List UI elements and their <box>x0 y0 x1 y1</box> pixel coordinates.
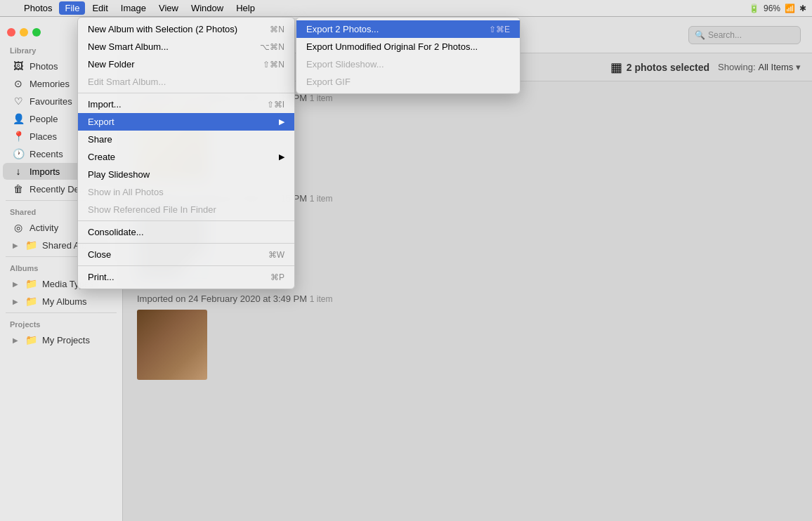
menubar-right: 🔋 96% 📶 ✱ <box>749 4 806 13</box>
menu-item-edit-smart-album: Edit Smart Album... <box>78 73 294 91</box>
zoom-button[interactable] <box>32 28 41 37</box>
sidebar-label-imports: Imports <box>30 166 60 177</box>
submenu-item-label: Export GIF <box>306 77 351 87</box>
sidebar-label-my-projects: My Projects <box>42 335 90 345</box>
submenu-item-export-unmodified[interactable]: Export Unmodified Original For 2 Photos.… <box>296 38 520 55</box>
showing-filter[interactable]: Showing: All Items ▾ <box>718 62 801 72</box>
selection-count: 2 photos selected <box>627 62 709 73</box>
menu-item-label: Share <box>88 134 112 145</box>
menu-item-close[interactable]: Close ⌘W <box>78 246 294 263</box>
menu-item-new-album-selection[interactable]: New Album with Selection (2 Photos) ⌘N <box>78 20 294 38</box>
imports-icon: ↓ <box>13 166 24 177</box>
photo-thumb-3[interactable] <box>137 310 207 380</box>
my-projects-arrow: ▶ <box>13 336 18 344</box>
menu-item-play-slideshow[interactable]: Play Slideshow <box>78 166 294 183</box>
menu-item-label: New Folder <box>88 59 134 70</box>
submenu-item-export-photos[interactable]: Export 2 Photos... ⇧⌘E <box>296 20 520 38</box>
media-types-arrow: ▶ <box>13 280 18 288</box>
activity-icon: ◎ <box>13 222 24 233</box>
close-button[interactable] <box>7 28 15 37</box>
menu-item-consolidate[interactable]: Consolidate... <box>78 223 294 241</box>
submenu-item-label: Export Slideshow... <box>306 59 384 70</box>
import-count-2: 1 item <box>310 194 333 204</box>
sidebar-item-my-projects[interactable]: ▶ 📁 My Projects <box>3 331 119 348</box>
menubar-edit[interactable]: Edit <box>86 1 113 15</box>
sidebar-label-places: Places <box>30 131 57 142</box>
menu-shortcut: ⇧⌘I <box>267 100 284 110</box>
submenu-item-label: Export 2 Photos... <box>306 24 379 34</box>
menu-item-label: Export <box>88 117 114 127</box>
menubar-view[interactable]: View <box>153 1 184 15</box>
submenu-item-export-slideshow: Export Slideshow... <box>296 55 520 73</box>
submenu-shortcut: ⇧⌘E <box>489 25 510 34</box>
menubar-file[interactable]: File <box>59 1 85 15</box>
battery-percent: 96% <box>764 4 780 13</box>
menu-item-import[interactable]: Import... ⇧⌘I <box>78 95 294 113</box>
sidebar-label-my-albums: My Albums <box>42 296 87 307</box>
sidebar-label-activity: Activity <box>30 223 58 233</box>
sidebar-divider-3 <box>6 312 117 313</box>
menu-item-label: Play Slideshow <box>88 169 150 180</box>
menu-item-label: New Smart Album... <box>88 41 169 52</box>
menu-item-show-referenced: Show Referenced File In Finder <box>78 201 294 218</box>
media-types-icon: 📁 <box>25 278 37 289</box>
places-icon: 📍 <box>13 131 24 142</box>
menu-item-label: Create <box>88 152 115 162</box>
menu-item-label: New Album with Selection (2 Photos) <box>88 24 237 34</box>
grid-view-icon: ▦ <box>610 60 622 75</box>
import-count-3: 1 item <box>310 294 333 304</box>
memories-icon: ⊙ <box>13 78 24 89</box>
bluetooth-icon: ✱ <box>799 4 806 13</box>
sidebar-label-favourites: Favourites <box>30 96 72 107</box>
sidebar-label-memories: Memories <box>30 79 70 89</box>
my-albums-arrow: ▶ <box>13 298 18 305</box>
menubar-photos[interactable]: Photos <box>18 1 58 15</box>
sidebar-label-recents: Recents <box>30 149 63 159</box>
menu-item-label: Show in All Photos <box>88 187 164 197</box>
menu-item-export[interactable]: Export ▶ <box>78 113 294 131</box>
photo-row-3 <box>137 310 798 380</box>
file-menu-dropdown: New Album with Selection (2 Photos) ⌘N N… <box>77 17 295 289</box>
import-count-1: 1 item <box>310 93 333 103</box>
shared-albums-icon: 📁 <box>25 239 37 251</box>
menu-shortcut: ⌥⌘N <box>260 42 284 52</box>
menu-item-create[interactable]: Create ▶ <box>78 148 294 166</box>
recently-deleted-icon: 🗑 <box>13 183 24 194</box>
shared-albums-arrow: ▶ <box>13 242 18 249</box>
menu-shortcut: ⌘N <box>270 25 284 34</box>
submenu-arrow: ▶ <box>279 152 284 161</box>
search-icon: 🔍 <box>695 30 705 40</box>
photos-icon: 🖼 <box>13 60 24 72</box>
menubar-window[interactable]: Window <box>185 1 229 15</box>
menu-item-label: Print... <box>88 272 114 282</box>
projects-section-label: Projects <box>0 316 122 331</box>
menu-item-new-folder[interactable]: New Folder ⇧⌘N <box>78 55 294 73</box>
sidebar-item-my-albums[interactable]: ▶ 📁 My Albums <box>3 293 119 310</box>
minimize-button[interactable] <box>20 28 28 37</box>
menu-item-label: Consolidate... <box>88 227 144 237</box>
submenu-item-label: Export Unmodified Original For 2 Photos.… <box>306 41 478 52</box>
menubar-help[interactable]: Help <box>230 1 261 15</box>
menu-item-new-smart-album[interactable]: New Smart Album... ⌥⌘N <box>78 38 294 55</box>
sidebar-label-photos: Photos <box>30 61 58 72</box>
menu-separator-1 <box>78 93 294 93</box>
menu-item-show-all-photos: Show in All Photos <box>78 183 294 201</box>
favourites-icon: ♡ <box>13 95 24 107</box>
showing-value: All Items ▾ <box>759 62 801 72</box>
menu-item-share[interactable]: Share <box>78 131 294 148</box>
wifi-icon: 📶 <box>785 4 795 13</box>
search-bar[interactable]: 🔍 Search... <box>688 26 801 44</box>
submenu-arrow: ▶ <box>279 117 284 126</box>
search-placeholder: Search... <box>708 30 742 40</box>
menu-item-print[interactable]: Print... ⌘P <box>78 268 294 286</box>
apple-menu[interactable] <box>6 7 17 10</box>
menu-shortcut: ⌘W <box>268 250 284 260</box>
submenu-item-export-gif: Export GIF <box>296 73 520 91</box>
menu-shortcut: ⇧⌘N <box>263 60 284 70</box>
sidebar-label-people: People <box>30 114 58 124</box>
menu-item-label: Import... <box>88 99 122 110</box>
menu-item-label: Show Referenced File In Finder <box>88 204 216 215</box>
import-group-3: Imported on 24 February 2020 at 3:49 PM … <box>137 294 798 380</box>
showing-label: Showing: <box>718 62 755 72</box>
menubar-image[interactable]: Image <box>115 1 152 15</box>
